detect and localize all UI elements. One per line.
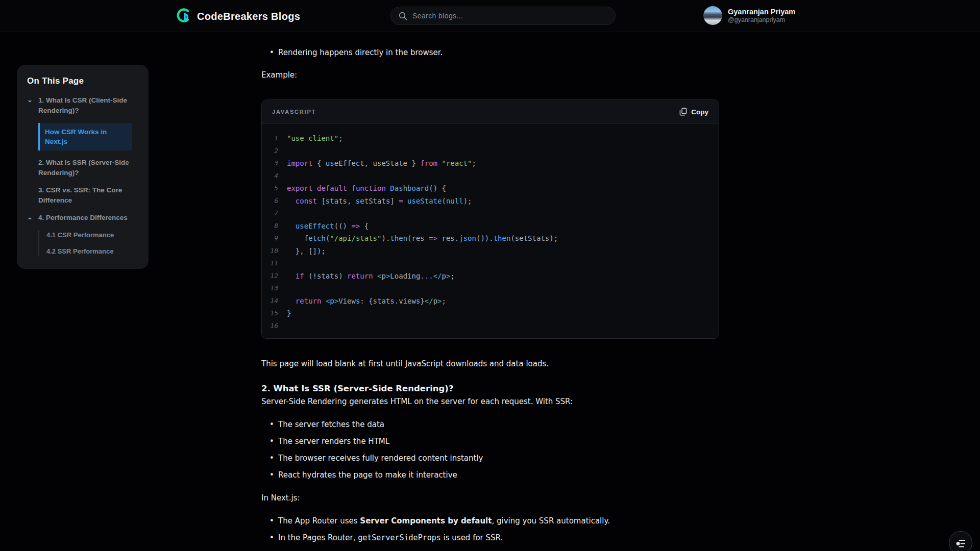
bullet-dot: • bbox=[270, 515, 278, 527]
list-item: •The server fetches the data bbox=[261, 419, 719, 430]
line-number: 5 bbox=[262, 182, 278, 195]
avatar[interactable] bbox=[703, 6, 722, 25]
ssr-bullet-list: •The server fetches the data•The server … bbox=[261, 419, 719, 481]
code-language-label: JAVASCRIPT bbox=[272, 106, 316, 117]
search-input[interactable] bbox=[412, 12, 607, 20]
line-number: 6 bbox=[262, 195, 278, 208]
toc-item[interactable]: 2. What Is SSR (Server-Side Rendering)? bbox=[27, 158, 138, 178]
copy-button[interactable]: Copy bbox=[679, 108, 708, 116]
bullet-dot: • bbox=[270, 532, 278, 543]
line-number: 1 bbox=[262, 132, 278, 145]
line-number: 15 bbox=[262, 307, 278, 320]
toc-title: On This Page bbox=[27, 76, 138, 86]
code-line: 5export default function Dashboard() { bbox=[262, 182, 719, 195]
toc-item-label: 1. What Is CSR (Client-Side Rendering)? bbox=[38, 95, 138, 116]
user-handle: @gyanranjanpriyam bbox=[728, 16, 795, 24]
code-line: 12 if (!stats) return <p>Loading...</p>; bbox=[262, 270, 719, 283]
toc-item[interactable]: 3. CSR vs. SSR: The Core Difference bbox=[27, 185, 138, 206]
list-item: •React hydrates the page to make it inte… bbox=[261, 469, 719, 481]
toc-item[interactable]: ⌄4. Performance Differences bbox=[27, 213, 138, 223]
line-number: 10 bbox=[262, 245, 278, 258]
code-text bbox=[278, 282, 287, 295]
code-text bbox=[278, 145, 287, 158]
code-line: 14 return <p>Views: {stats.views}</p>; bbox=[262, 295, 719, 308]
line-number: 4 bbox=[262, 170, 278, 183]
code-text bbox=[278, 170, 287, 183]
bullet-dot: • bbox=[270, 469, 278, 481]
code-text bbox=[278, 207, 287, 220]
chevron-down-icon: ⌄ bbox=[27, 213, 36, 223]
toc-list-icon bbox=[954, 537, 967, 549]
brand-logo-icon bbox=[176, 7, 191, 26]
code-line: 13 bbox=[262, 282, 719, 295]
toc-children: 4.1 CSR Performance4.2 SSR Performance bbox=[38, 230, 138, 256]
bullet-dot: • bbox=[270, 453, 278, 464]
bullet-text: The server fetches the data bbox=[278, 419, 719, 430]
code-line: 1"use client"; bbox=[262, 132, 719, 145]
code-line: 4 bbox=[262, 170, 719, 183]
brand[interactable]: CodeBreakers Blogs bbox=[176, 7, 300, 26]
bullet-text: The App Router uses Server Components by… bbox=[278, 515, 719, 527]
toc-indent-spacer bbox=[27, 185, 36, 206]
line-number: 3 bbox=[262, 157, 278, 170]
list-item: •The App Router uses Server Components b… bbox=[261, 515, 719, 527]
code-body: 1"use client";23import { useEffect, useS… bbox=[262, 124, 719, 338]
list-item: •In the Pages Router, getServerSideProps… bbox=[261, 532, 719, 543]
toc-item-label: 2. What Is SSR (Server-Side Rendering)? bbox=[38, 158, 138, 178]
code-line: 7 bbox=[262, 207, 719, 220]
bullet-text: The server renders the HTML bbox=[278, 436, 719, 447]
example-label: Example: bbox=[261, 69, 719, 81]
search-bar[interactable] bbox=[390, 7, 616, 25]
code-text: "use client"; bbox=[278, 132, 343, 145]
copy-label: Copy bbox=[691, 108, 708, 116]
chevron-down-icon: ⌄ bbox=[27, 95, 36, 116]
code-line: 15} bbox=[262, 307, 719, 320]
code-line: 11 bbox=[262, 257, 719, 270]
code-line: 3import { useEffect, useState } from "re… bbox=[262, 157, 719, 170]
line-number: 11 bbox=[262, 257, 278, 270]
section-lead: Server-Side Rendering generates HTML on … bbox=[261, 396, 719, 407]
toc-fab-button[interactable] bbox=[949, 531, 972, 551]
code-text: const [stats, setStats] = useState(null)… bbox=[278, 195, 472, 208]
code-text: fetch("/api/stats").then(res => res.json… bbox=[278, 232, 558, 245]
bullet-dot: • bbox=[270, 436, 278, 447]
user-profile[interactable]: Gyanranjan Priyam @gyanranjanpriyam bbox=[703, 6, 795, 25]
article-content: • Rendering happens directly in the brow… bbox=[261, 32, 719, 551]
code-line: 16 bbox=[262, 320, 719, 333]
toc-item-label: 3. CSR vs. SSR: The Core Difference bbox=[38, 185, 138, 206]
code-line: 6 const [stats, setStats] = useState(nul… bbox=[262, 195, 719, 208]
code-text: if (!stats) return <p>Loading...</p>; bbox=[278, 270, 455, 283]
toc-subitem[interactable]: 4.2 SSR Performance bbox=[46, 246, 138, 256]
code-line: 8 useEffect(() => { bbox=[262, 220, 719, 233]
toc-children: How CSR Works in Next.js bbox=[38, 123, 138, 151]
line-number: 14 bbox=[262, 295, 278, 308]
section-heading: 2. What Is SSR (Server-Side Rendering)? bbox=[261, 383, 719, 394]
bullet-text: Rendering happens directly in the browse… bbox=[278, 47, 719, 58]
intro-bullet-list: • Rendering happens directly in the brow… bbox=[261, 47, 719, 58]
toc-subitem-active[interactable]: How CSR Works in Next.js bbox=[38, 123, 132, 151]
toc-list: ⌄1. What Is CSR (Client-Side Rendering)?… bbox=[27, 95, 138, 256]
code-line: 10 }, []); bbox=[262, 245, 719, 258]
code-text: }, []); bbox=[278, 245, 326, 258]
toc-item[interactable]: ⌄1. What Is CSR (Client-Side Rendering)? bbox=[27, 95, 138, 116]
code-text: import { useEffect, useState } from "rea… bbox=[278, 157, 476, 170]
line-number: 16 bbox=[262, 320, 278, 333]
toc-subitem[interactable]: 4.1 CSR Performance bbox=[46, 230, 138, 240]
toc-item-label: 4. Performance Differences bbox=[38, 213, 128, 223]
code-text: useEffect(() => { bbox=[278, 220, 369, 233]
code-block-header: JAVASCRIPT Copy bbox=[262, 100, 719, 124]
search-icon bbox=[399, 12, 407, 20]
code-text: } bbox=[278, 307, 291, 320]
code-line: 2 bbox=[262, 145, 719, 158]
bullet-dot: • bbox=[270, 419, 278, 430]
nextjs-bullet-list: •The App Router uses Server Components b… bbox=[261, 515, 719, 543]
next-label: In Next.js: bbox=[261, 492, 719, 504]
code-text bbox=[278, 320, 287, 333]
list-item: •The browser receives fully rendered con… bbox=[261, 453, 719, 464]
bullet-text: React hydrates the page to make it inter… bbox=[278, 469, 719, 481]
copy-icon bbox=[679, 108, 687, 116]
line-number: 8 bbox=[262, 220, 278, 233]
line-number: 9 bbox=[262, 232, 278, 245]
brand-title: CodeBreakers Blogs bbox=[197, 11, 300, 22]
code-text: export default function Dashboard() { bbox=[278, 182, 446, 195]
